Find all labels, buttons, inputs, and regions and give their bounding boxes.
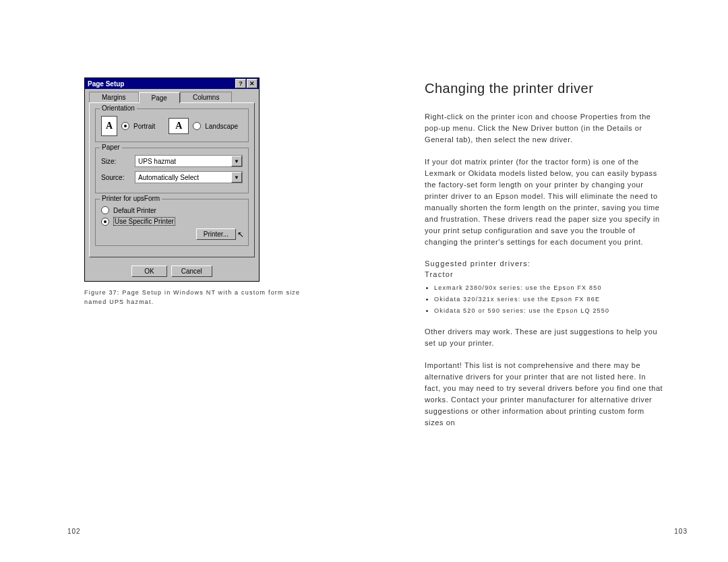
right-page: Changing the printer driver Right-click … bbox=[364, 0, 728, 562]
chevron-down-icon: ▼ bbox=[231, 156, 242, 166]
source-label: Source: bbox=[101, 174, 129, 181]
printerfor-legend: Printer for upsForm bbox=[100, 195, 162, 202]
subheading: Tractor bbox=[425, 270, 664, 278]
landscape-icon: A bbox=[169, 118, 189, 134]
tab-columns[interactable]: Columns bbox=[180, 92, 232, 102]
orientation-group: Orientation A Portrait A Landscape bbox=[95, 108, 249, 142]
tab-margins[interactable]: Margins bbox=[89, 92, 139, 102]
default-printer-radio[interactable] bbox=[101, 206, 109, 214]
orientation-legend: Orientation bbox=[100, 104, 137, 112]
dialog-titlebar: Page Setup ? ✕ bbox=[85, 78, 259, 89]
landscape-label: Landscape bbox=[205, 123, 238, 130]
paper-legend: Paper bbox=[100, 144, 122, 151]
left-page: Page Setup ? ✕ Margins Page Columns Orie… bbox=[0, 0, 364, 562]
size-combo[interactable]: UPS hazmat ▼ bbox=[135, 155, 243, 167]
size-value: UPS hazmat bbox=[138, 158, 176, 165]
cursor-icon: ↖ bbox=[237, 230, 244, 241]
tab-page[interactable]: Page bbox=[139, 92, 180, 103]
list-item: Lexmark 2380/90x series: use the Epson F… bbox=[434, 282, 664, 294]
list-item: Okidata 520 or 590 series: use the Epson… bbox=[434, 305, 664, 317]
chevron-down-icon: ▼ bbox=[231, 172, 242, 183]
paragraph: Other drivers may work. These are just s… bbox=[425, 326, 664, 349]
driver-list: Lexmark 2380/90x series: use the Epson F… bbox=[425, 282, 664, 317]
cancel-button[interactable]: Cancel bbox=[171, 266, 212, 277]
paragraph: If your dot matrix printer (for the trac… bbox=[425, 156, 664, 248]
page-number-left: 102 bbox=[67, 528, 81, 535]
tab-strip: Margins Page Columns bbox=[89, 92, 255, 102]
ok-button[interactable]: OK bbox=[131, 266, 166, 277]
list-item: Okidata 320/321x series: use the Epson F… bbox=[434, 294, 664, 305]
printer-for-group: Printer for upsForm Default Printer Use … bbox=[95, 199, 249, 246]
section-heading: Changing the printer driver bbox=[425, 81, 664, 96]
help-button[interactable]: ? bbox=[235, 79, 246, 88]
close-button[interactable]: ✕ bbox=[247, 79, 257, 88]
dialog-buttons: OK Cancel bbox=[85, 261, 259, 281]
paper-group: Paper Size: UPS hazmat ▼ Source: Automat… bbox=[95, 148, 249, 193]
paragraph: Right-click on the printer icon and choo… bbox=[425, 111, 664, 146]
landscape-radio[interactable] bbox=[193, 122, 201, 130]
page-setup-dialog: Page Setup ? ✕ Margins Page Columns Orie… bbox=[84, 77, 260, 282]
portrait-label: Portrait bbox=[133, 123, 155, 130]
printer-button[interactable]: Printer... bbox=[196, 228, 236, 240]
source-value: Automatically Select bbox=[138, 174, 199, 181]
portrait-icon: A bbox=[101, 116, 117, 136]
figure-caption: Figure 37: Page Setup in Windows NT with… bbox=[84, 288, 317, 307]
subheading: Suggested printer drivers: bbox=[425, 259, 664, 268]
document-spread: Page Setup ? ✕ Margins Page Columns Orie… bbox=[0, 0, 728, 562]
specific-printer-label: Use Specific Printer bbox=[113, 217, 175, 226]
portrait-radio[interactable] bbox=[121, 122, 129, 130]
size-label: Size: bbox=[101, 158, 129, 165]
dialog-title: Page Setup bbox=[88, 80, 124, 88]
tab-body: Orientation A Portrait A Landscape bbox=[89, 102, 255, 257]
source-combo[interactable]: Automatically Select ▼ bbox=[135, 171, 243, 183]
page-number-right: 103 bbox=[674, 528, 688, 535]
specific-printer-radio[interactable] bbox=[101, 218, 109, 226]
paragraph: Important! This list is not comprehensiv… bbox=[425, 360, 664, 429]
default-printer-label: Default Printer bbox=[113, 207, 156, 214]
